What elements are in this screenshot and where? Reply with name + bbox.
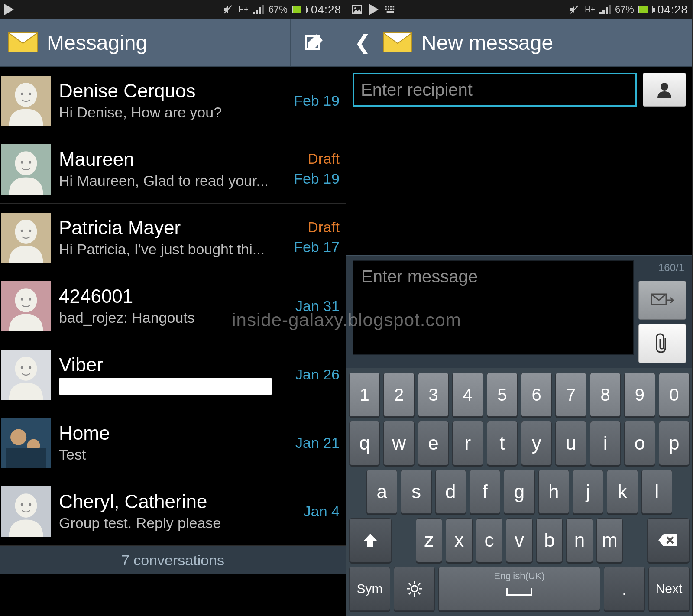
key-4[interactable]: 4 bbox=[452, 373, 483, 417]
message-date: Jan 31 bbox=[295, 298, 340, 314]
keyboard-row-2: qwertyuiop bbox=[349, 421, 690, 465]
key-r[interactable]: r bbox=[452, 421, 483, 465]
recipient-row: Enter recipient bbox=[346, 67, 692, 113]
svg-point-8 bbox=[15, 151, 37, 175]
conversation-item[interactable]: ViberJan 26 bbox=[0, 340, 346, 409]
key-t[interactable]: t bbox=[487, 421, 518, 465]
svg-point-21 bbox=[21, 366, 23, 369]
key-w[interactable]: w bbox=[383, 421, 414, 465]
svg-point-14 bbox=[29, 229, 31, 232]
backspace-key[interactable] bbox=[647, 518, 690, 562]
conversation-item[interactable]: Patricia MayerHi Patricia, I've just bou… bbox=[0, 204, 346, 272]
message-date: Feb 19 bbox=[294, 170, 340, 187]
svg-point-24 bbox=[10, 429, 26, 445]
key-q[interactable]: q bbox=[349, 421, 380, 465]
draft-badge: Draft bbox=[283, 220, 340, 234]
key-e[interactable]: e bbox=[418, 421, 449, 465]
message-input[interactable]: Enter message bbox=[353, 260, 634, 355]
shift-key[interactable] bbox=[349, 518, 392, 562]
svg-rect-41 bbox=[393, 9, 395, 10]
key-h[interactable]: h bbox=[538, 470, 569, 514]
key-y[interactable]: y bbox=[521, 421, 552, 465]
message-snippet: Hi Denise, How are you? bbox=[59, 104, 283, 121]
next-key[interactable]: Next bbox=[648, 567, 690, 611]
message-input-row: Enter message 160/1 bbox=[346, 255, 692, 368]
mute-icon bbox=[568, 4, 580, 15]
avatar bbox=[1, 144, 51, 195]
message-snippet: Group test. Reply please bbox=[59, 515, 283, 532]
svg-point-17 bbox=[21, 298, 23, 300]
space-key[interactable]: English(UK) bbox=[438, 567, 600, 611]
contact-name: Patricia Mayer bbox=[59, 217, 283, 238]
period-key[interactable]: . bbox=[604, 567, 645, 611]
key-c[interactable]: c bbox=[476, 518, 503, 562]
battery-icon bbox=[638, 6, 653, 13]
message-date: Jan 21 bbox=[295, 434, 340, 451]
back-button[interactable]: ❮ bbox=[354, 31, 374, 54]
attach-button[interactable] bbox=[638, 324, 686, 363]
key-f[interactable]: f bbox=[470, 470, 500, 514]
screen-title: New message bbox=[421, 31, 684, 55]
key-i[interactable]: i bbox=[590, 421, 621, 465]
key-3[interactable]: 3 bbox=[418, 373, 449, 417]
key-u[interactable]: u bbox=[555, 421, 586, 465]
key-l[interactable]: l bbox=[641, 470, 672, 514]
key-g[interactable]: g bbox=[504, 470, 534, 514]
key-x[interactable]: x bbox=[446, 518, 473, 562]
signal-icon bbox=[599, 5, 611, 14]
settings-key[interactable] bbox=[394, 567, 435, 611]
contact-name: Home bbox=[59, 423, 283, 444]
svg-rect-42 bbox=[387, 11, 394, 13]
key-9[interactable]: 9 bbox=[624, 373, 655, 417]
key-m[interactable]: m bbox=[596, 518, 623, 562]
key-s[interactable]: s bbox=[401, 470, 431, 514]
conversation-item[interactable]: Denise CerquosHi Denise, How are you?Feb… bbox=[0, 67, 346, 135]
key-v[interactable]: v bbox=[506, 518, 533, 562]
conversation-item[interactable]: HomeTestJan 21 bbox=[0, 409, 346, 477]
play-icon bbox=[4, 4, 14, 15]
svg-point-30 bbox=[29, 503, 31, 506]
svg-line-55 bbox=[418, 592, 420, 594]
key-b[interactable]: b bbox=[536, 518, 563, 562]
key-2[interactable]: 2 bbox=[383, 373, 414, 417]
key-1[interactable]: 1 bbox=[349, 373, 380, 417]
svg-rect-35 bbox=[388, 6, 389, 8]
conversation-item[interactable]: Cheryl, CatherineGroup test. Reply pleas… bbox=[0, 477, 346, 546]
keyboard-indicator-icon bbox=[385, 4, 397, 15]
key-0[interactable]: 0 bbox=[659, 373, 690, 417]
send-button[interactable] bbox=[638, 281, 686, 320]
key-o[interactable]: o bbox=[624, 421, 655, 465]
conversation-count-footer: 7 conversations bbox=[0, 546, 346, 574]
compose-icon bbox=[304, 32, 325, 53]
conversation-item[interactable]: MaureenHi Maureen, Glad to read your...D… bbox=[0, 135, 346, 204]
conversation-item[interactable]: 4246001bad_rojez: HangoutsJan 31 bbox=[0, 272, 346, 340]
key-5[interactable]: 5 bbox=[487, 373, 518, 417]
contact-name: Cheryl, Catherine bbox=[59, 491, 283, 512]
key-p[interactable]: p bbox=[659, 421, 690, 465]
key-z[interactable]: z bbox=[416, 518, 443, 562]
key-j[interactable]: j bbox=[573, 470, 603, 514]
key-a[interactable]: a bbox=[366, 470, 397, 514]
sym-key[interactable]: Sym bbox=[349, 567, 390, 611]
keyboard[interactable]: 1234567890 qwertyuiop asdfghjkl zxcvbnm … bbox=[346, 368, 692, 616]
svg-rect-38 bbox=[385, 9, 387, 10]
svg-point-49 bbox=[411, 586, 418, 592]
pick-contact-button[interactable] bbox=[643, 73, 686, 107]
network-type: H+ bbox=[238, 5, 249, 14]
char-counter: 160/1 bbox=[638, 260, 686, 276]
avatar bbox=[1, 350, 51, 400]
conversation-list[interactable]: Denise CerquosHi Denise, How are you?Feb… bbox=[0, 67, 346, 546]
key-8[interactable]: 8 bbox=[590, 373, 621, 417]
svg-rect-26 bbox=[6, 448, 46, 468]
clock: 04:28 bbox=[311, 3, 341, 16]
compose-button[interactable] bbox=[290, 19, 338, 66]
key-n[interactable]: n bbox=[566, 518, 593, 562]
key-d[interactable]: d bbox=[435, 470, 466, 514]
play-icon bbox=[369, 4, 379, 15]
key-k[interactable]: k bbox=[607, 470, 638, 514]
status-bar: H+ 67% 04:28 bbox=[0, 0, 346, 19]
key-6[interactable]: 6 bbox=[521, 373, 552, 417]
svg-line-57 bbox=[409, 592, 411, 594]
key-7[interactable]: 7 bbox=[555, 373, 586, 417]
recipient-input[interactable]: Enter recipient bbox=[353, 73, 637, 107]
